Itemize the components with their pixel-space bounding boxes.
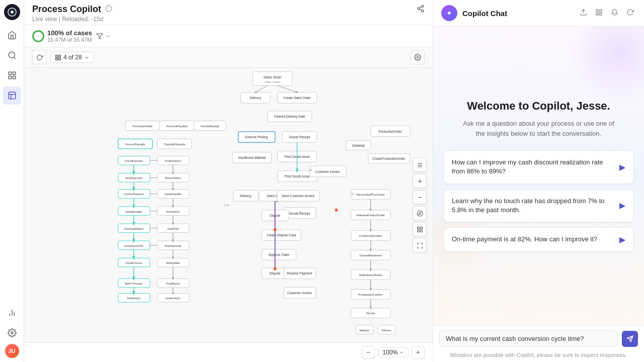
canvas-zoom-out-btn[interactable]: [413, 190, 427, 204]
svg-text:CreateProductionOrder: CreateProductionOrder: [372, 157, 405, 160]
svg-rect-176: [596, 13, 598, 15]
svg-text:4k: 4k: [275, 200, 278, 203]
avatar[interactable]: JU: [5, 344, 19, 358]
svg-text:PostPayment: PostPayment: [165, 159, 181, 162]
copilot-title: Copilot Chat: [462, 9, 507, 18]
info-icon[interactable]: [105, 5, 112, 14]
suggestion-card-2[interactable]: Learn why the no touch rate has dropped …: [443, 189, 634, 222]
svg-text:Delivery: Delivery: [381, 329, 391, 332]
page-title: Process Copilot: [32, 4, 101, 15]
process-map-svg: Sales Order Sales Orders Delivery Create…: [24, 68, 433, 342]
chat-input-row: [433, 325, 644, 352]
svg-line-21: [420, 9, 422, 11]
svg-text:ConfirmOperation: ConfirmOperation: [359, 234, 382, 237]
sidebar-item-settings[interactable]: [3, 324, 21, 342]
svg-point-134: [274, 267, 277, 270]
suggestion-arrow-3: ▶: [619, 235, 625, 244]
svg-point-14: [11, 332, 13, 334]
svg-rect-8: [9, 92, 16, 99]
share-button[interactable]: [417, 5, 425, 15]
svg-text:8k: 8k: [309, 168, 312, 171]
svg-text:Sales Order: Sales Order: [264, 75, 282, 79]
copilot-avatar: ✦: [441, 5, 457, 21]
welcome-title: Welcome to Copilot, Jesse.: [467, 100, 610, 113]
copilot-bell-icon[interactable]: [609, 7, 620, 20]
suggestion-text-3: On-time payment is at 82%. How can I imp…: [452, 235, 619, 244]
zoom-level-selector[interactable]: 100%: [378, 347, 409, 357]
svg-text:ReconcileAcc: ReconcileAcc: [165, 176, 182, 179]
sidebar-item-process[interactable]: [3, 86, 21, 105]
svg-rect-27: [59, 58, 61, 60]
canvas-settings-btn[interactable]: [413, 158, 427, 172]
svg-text:Stocks: Stocks: [366, 312, 375, 315]
view-settings-button[interactable]: [411, 50, 425, 64]
svg-rect-177: [600, 13, 602, 15]
sidebar-item-search[interactable]: [3, 46, 21, 64]
chat-send-button[interactable]: [622, 331, 638, 347]
svg-point-20: [422, 10, 424, 12]
variant-selector[interactable]: 4 of 28: [50, 52, 94, 63]
svg-text:Create Dispute Case: Create Dispute Case: [267, 233, 296, 237]
process-canvas[interactable]: Sales Order Sales Orders Delivery Create…: [24, 68, 433, 342]
svg-rect-26: [56, 58, 58, 60]
svg-text:CheckPayment: CheckPayment: [125, 159, 143, 162]
svg-text:Goods Receipt: Goods Receipt: [289, 212, 310, 216]
sidebar-item-home[interactable]: [3, 26, 21, 44]
suggestion-text-2: Learn why the no touch rate has dropped …: [452, 197, 619, 215]
svg-text:Customer Invoice: Customer Invoice: [287, 291, 312, 295]
refresh-button[interactable]: [32, 50, 46, 64]
svg-text:ClosePayable: ClosePayable: [165, 193, 181, 196]
zoom-out-button[interactable]: [362, 346, 375, 359]
copilot-grid-icon[interactable]: [593, 7, 605, 20]
svg-text:Setdetail: Setdetail: [352, 144, 365, 147]
svg-rect-174: [596, 10, 598, 12]
svg-text:DataExport: DataExport: [127, 297, 140, 300]
svg-text:GoodsMovement: GoodsMovement: [359, 254, 382, 257]
zoom-value: 100%: [382, 349, 398, 356]
suggestion-cards: How can I improve my cash discount reali…: [443, 150, 634, 252]
filter-dropdown[interactable]: [96, 33, 111, 40]
canvas-filter-btn[interactable]: [413, 222, 427, 236]
svg-line-3: [14, 57, 15, 58]
svg-rect-168: [417, 230, 419, 232]
svg-text:UpdateLedger: UpdateLedger: [125, 210, 142, 213]
svg-text:7k: 7k: [351, 193, 354, 196]
svg-text:Post Goods Issue: Post Goods Issue: [285, 174, 310, 178]
copilot-body: Welcome to Copilot, Jesse. Ask me a ques…: [433, 27, 644, 325]
svg-text:Sales Orders: Sales Orders: [265, 80, 281, 83]
svg-rect-167: [420, 227, 422, 229]
cases-progress-circle: [32, 30, 44, 42]
svg-text:SystemSync: SystemSync: [166, 297, 181, 300]
cases-badge: 100% of cases 16.47M of 16.47M: [32, 29, 92, 43]
sidebar-item-analytics[interactable]: [3, 304, 21, 322]
svg-text:ComplianceChk: ComplianceChk: [124, 244, 143, 247]
svg-point-28: [417, 56, 419, 58]
chat-input[interactable]: [439, 330, 618, 347]
canvas-compass-btn[interactable]: [413, 206, 427, 220]
cases-value: 16.47M of 16.47M: [47, 37, 92, 43]
sidebar-item-grid[interactable]: [3, 66, 21, 84]
svg-text:CloseProcess: CloseProcess: [125, 261, 142, 264]
canvas-expand-btn[interactable]: [413, 238, 427, 252]
variant-label: 4 of 28: [63, 54, 82, 61]
copilot-header: ✦ Copilot Chat: [433, 0, 644, 27]
svg-rect-4: [9, 72, 11, 74]
svg-point-133: [274, 228, 277, 231]
svg-text:Delivery: Delivery: [250, 96, 262, 100]
svg-text:Dispute: Dispute: [270, 272, 281, 276]
canvas-toolbar: [413, 158, 427, 252]
copilot-upload-icon[interactable]: [578, 7, 589, 20]
zoom-in-button[interactable]: [412, 346, 425, 359]
svg-text:PurchaseOrder: PurchaseOrder: [133, 125, 153, 128]
app-logo[interactable]: [4, 4, 20, 20]
svg-text:Batch Process: Batch Process: [125, 282, 143, 285]
copilot-refresh-icon[interactable]: [624, 7, 636, 20]
suggestion-card-1[interactable]: How can I improve my cash discount reali…: [443, 150, 634, 184]
suggestion-card-3[interactable]: On-time payment is at 82%. How can I imp…: [443, 227, 634, 252]
svg-point-164: [417, 211, 423, 216]
svg-text:Send Customer Invoice: Send Customer Invoice: [282, 194, 315, 198]
copilot-panel: ✦ Copilot Chat Welcome to Copilot, Jesse…: [433, 0, 644, 362]
svg-text:1.1k: 1.1k: [223, 204, 229, 207]
svg-text:GoodsReceipt: GoodsReceipt: [200, 125, 219, 128]
canvas-zoom-in-btn[interactable]: [413, 174, 427, 188]
